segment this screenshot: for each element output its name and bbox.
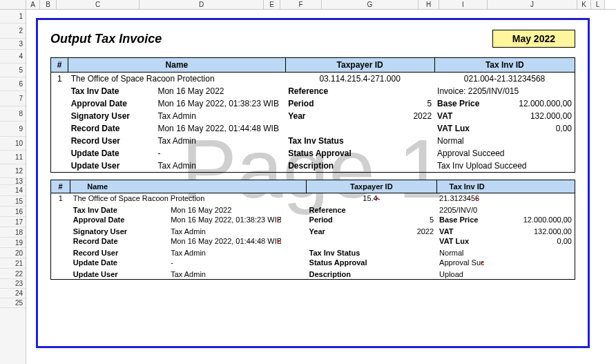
cell: Record Date — [68, 122, 155, 135]
cell: Status Approval — [285, 147, 379, 160]
cell: Reference — [307, 205, 404, 215]
cell: Signatory User — [68, 110, 155, 122]
cell: Tax Admin — [168, 269, 306, 280]
column-header-cell[interactable]: I — [439, 0, 488, 9]
row-header-cell[interactable]: 8 — [0, 106, 26, 122]
cell: 132.000,00 — [503, 110, 575, 122]
column-header-cell[interactable]: G — [322, 0, 418, 9]
cell: - — [168, 258, 306, 269]
cell: Tax Inv Status — [307, 248, 404, 258]
column-header-cell[interactable]: E — [264, 0, 280, 9]
row-num: 1 — [51, 73, 68, 86]
name-value: The Office of Space Racoon Protection — [70, 193, 307, 206]
cell: Normal — [436, 248, 575, 258]
cell: Approval Date — [70, 215, 168, 227]
cell: 2022 — [404, 227, 436, 236]
cell — [51, 147, 68, 160]
cell: Tax Admin — [168, 248, 306, 258]
cell: 12.000.000,00 — [503, 97, 575, 110]
row-header-cell[interactable]: 9 — [0, 122, 26, 137]
column-header-cell[interactable]: L — [591, 0, 605, 9]
row-header-cell[interactable]: 25 — [0, 298, 26, 308]
cell: Update User — [70, 269, 168, 280]
cell: Mon 16 May 2022, 01:44:48 WIB — [168, 236, 306, 248]
cell: 12.000.000,00 — [494, 215, 575, 227]
col-taxpayer: Taxpayer ID — [307, 180, 437, 193]
row-header-cell[interactable]: 4 — [0, 50, 26, 64]
cell — [51, 97, 68, 110]
column-header-cell[interactable]: A — [26, 0, 40, 9]
cell — [51, 160, 68, 173]
cell: 0,00 — [494, 236, 575, 248]
cell — [379, 135, 434, 147]
column-header-cell[interactable]: B — [40, 0, 57, 9]
cell — [51, 122, 68, 135]
cell: Base Price — [434, 97, 503, 110]
row-header-cell[interactable]: 7 — [0, 91, 26, 106]
row-header-cell[interactable]: 6 — [0, 77, 26, 91]
row-header-cell[interactable]: 11 — [0, 151, 26, 164]
row-header-cell[interactable]: 18 — [0, 227, 26, 238]
print-page-frame: Page 1 Output Tax Invoice May 2022 # Nam… — [36, 18, 590, 348]
taxpayer-value: 15.4- — [363, 193, 380, 203]
column-header-cell[interactable]: C — [57, 0, 139, 9]
row-header-cell[interactable]: 14 — [0, 185, 26, 196]
column-header-cell[interactable]: D — [139, 0, 264, 9]
row-header-cell[interactable]: 24 — [0, 289, 26, 298]
row-header-cell[interactable]: 17 — [0, 217, 26, 227]
row-header-cell[interactable]: 22 — [0, 269, 26, 279]
row-header-cell[interactable]: 16 — [0, 207, 26, 217]
col-name: Name — [70, 180, 307, 193]
cell: Period — [285, 97, 379, 110]
cell: VAT — [436, 227, 494, 236]
invoice-block-2: # Name Taxpayer ID Tax Inv ID 1 The Offi… — [50, 180, 575, 280]
cell: Update Date — [70, 258, 168, 269]
cell: Upload — [436, 269, 575, 280]
cell: Tax Admin — [155, 135, 285, 147]
cell: Tax Admin — [155, 160, 285, 173]
cell: Period — [307, 215, 404, 227]
row-header-cell[interactable]: 2 — [0, 23, 26, 39]
col-name: Name — [68, 58, 285, 73]
cell — [51, 236, 70, 248]
cell: VAT Lux — [434, 122, 503, 135]
row-header-cell[interactable]: 3 — [0, 39, 26, 50]
row-header-cell[interactable]: 13 — [0, 178, 26, 185]
cell: Update Date — [68, 147, 155, 160]
cell: Tax Inv Status — [285, 135, 379, 147]
cell: Mon 16 May 2022, 01:38:23 WIB — [168, 215, 306, 227]
cell — [404, 236, 436, 248]
row-header-cell[interactable]: 5 — [0, 64, 26, 77]
row-header-cell[interactable]: 23 — [0, 279, 26, 289]
cell: 132.000,00 — [494, 227, 575, 236]
cell — [51, 205, 70, 215]
column-header-cell[interactable]: J — [488, 0, 577, 9]
cell: Normal — [434, 135, 575, 147]
cell — [404, 269, 436, 280]
cell: Record Date — [70, 236, 168, 248]
row-header-cell[interactable]: 1 — [0, 10, 26, 23]
row-header-cell[interactable]: 19 — [0, 238, 26, 248]
column-header-cell[interactable]: K — [577, 0, 591, 9]
cell: Mon 16 May 2022, 01:38:23 WIB — [155, 97, 285, 110]
col-taxinv: Tax Inv ID — [434, 58, 575, 73]
cell — [51, 110, 68, 122]
row-header-cell[interactable]: 15 — [0, 196, 26, 207]
cell: 5 — [379, 97, 434, 110]
invoice-block-1: # Name Taxpayer ID Tax Inv ID 1 The Offi… — [50, 57, 575, 173]
row-headers: 1234567891011121314151617181920212223242… — [0, 10, 26, 364]
row-header-cell[interactable]: 21 — [0, 258, 26, 269]
cell: Status Approval — [307, 258, 404, 269]
period-badge: May 2022 — [492, 30, 575, 48]
column-header-cell[interactable] — [0, 0, 26, 9]
row-header-cell[interactable]: 20 — [0, 248, 26, 258]
cell — [404, 248, 436, 258]
row-header-cell[interactable]: 12 — [0, 164, 26, 178]
cell: Approval Succeed — [434, 147, 575, 160]
column-header-cell[interactable]: H — [418, 0, 439, 9]
column-header-cell[interactable]: F — [280, 0, 322, 9]
name-value: The Office of Space Racoon Protection — [68, 73, 285, 86]
cell: Tax Inv Upload Succeed — [434, 160, 575, 173]
cell — [51, 135, 68, 147]
row-header-cell[interactable]: 10 — [0, 137, 26, 151]
